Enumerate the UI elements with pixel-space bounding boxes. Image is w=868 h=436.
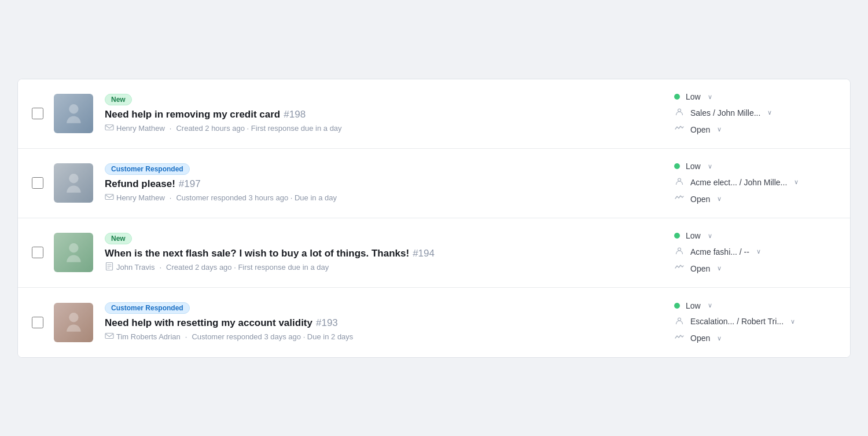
priority-value: Low [686, 301, 701, 310]
priority-prop[interactable]: Low ∨ [674, 92, 836, 101]
ticket-checkbox[interactable] [32, 108, 43, 119]
ticket-properties: Low ∨ Acme elect... / John Mille... ∨ Op… [674, 162, 836, 204]
svg-point-0 [69, 104, 78, 113]
ticket-number: #193 [316, 317, 338, 329]
status-value: Open [690, 334, 710, 343]
status-prop[interactable]: Open ∨ [674, 124, 836, 135]
ticket-time-info: Customer responded 3 days ago · Due in 2… [192, 332, 353, 341]
status-chevron: ∨ [717, 335, 722, 342]
priority-chevron: ∨ [708, 93, 712, 101]
status-prop[interactable]: Open ∨ [674, 263, 836, 274]
status-value: Open [690, 125, 710, 134]
ticket-checkbox[interactable] [32, 247, 43, 258]
activity-icon [674, 124, 685, 135]
priority-chevron: ∨ [708, 232, 712, 240]
status-chevron: ∨ [717, 195, 722, 203]
priority-chevron: ∨ [708, 302, 712, 309]
ticket-main: New Need help in removing my credit card… [105, 94, 651, 134]
ticket-row: New When is the next flash sale? I wish … [18, 218, 850, 288]
priority-dot [674, 303, 680, 309]
person-icon [674, 316, 685, 327]
svg-point-6 [69, 243, 78, 252]
ticket-meta: Henry Mathew · Customer responded 3 hour… [105, 192, 651, 203]
activity-icon [674, 263, 685, 274]
status-chevron: ∨ [717, 265, 722, 272]
ticket-title-text: Need help in removing my credit card [105, 109, 280, 120]
ticket-properties: Low ∨ Sales / John Mille... ∨ Open ∨ [674, 92, 836, 135]
priority-chevron: ∨ [708, 163, 712, 170]
assignment-prop[interactable]: Acme elect... / John Mille... ∨ [674, 177, 836, 188]
ticket-number: #194 [413, 248, 435, 259]
status-prop[interactable]: Open ∨ [674, 193, 836, 204]
ticket-main: Customer Responded Need help with resett… [105, 302, 651, 342]
avatar [54, 233, 93, 272]
ticket-time-info: Customer responded 3 hours ago · Due in … [176, 193, 337, 202]
assignment-chevron: ∨ [767, 109, 772, 116]
assignment-chevron: ∨ [790, 318, 795, 325]
person-icon [674, 177, 685, 188]
ticket-row: Customer Responded Refund please! #197 H… [18, 149, 850, 218]
ticket-title-text: Refund please! [105, 178, 175, 190]
assignment-chevron: ∨ [794, 178, 799, 186]
avatar [54, 94, 93, 133]
envelope-icon [105, 192, 114, 203]
priority-value: Low [686, 231, 701, 240]
ticket-title-text: Need help with resetting my account vali… [105, 317, 312, 329]
priority-prop[interactable]: Low ∨ [674, 231, 836, 240]
assignment-prop[interactable]: Sales / John Mille... ∨ [674, 107, 836, 118]
svg-point-2 [678, 109, 681, 112]
assignment-value: Sales / John Mille... [690, 108, 760, 118]
priority-prop[interactable]: Low ∨ [674, 301, 836, 310]
status-badge: Customer Responded [105, 302, 190, 314]
ticket-title: Refund please! #197 [105, 178, 651, 190]
ticket-main: New When is the next flash sale? I wish … [105, 233, 651, 273]
status-chevron: ∨ [717, 126, 722, 133]
ticket-checkbox[interactable] [32, 177, 43, 189]
status-badge: Customer Responded [105, 163, 190, 175]
activity-icon [674, 193, 685, 204]
priority-value: Low [686, 162, 701, 171]
ticket-row: Customer Responded Need help with resett… [18, 288, 850, 357]
assignment-value: Acme fashi... / -- [690, 247, 749, 257]
status-value: Open [690, 264, 710, 273]
assignment-prop[interactable]: Acme fashi... / -- ∨ [674, 246, 836, 257]
priority-value: Low [686, 92, 701, 101]
svg-point-8 [678, 248, 681, 251]
ticket-meta: John Travis · Created 2 days ago · First… [105, 262, 651, 273]
ticket-number: #197 [179, 178, 201, 190]
ticket-time-info: Created 2 days ago · First response due … [166, 263, 329, 272]
svg-point-5 [678, 178, 681, 181]
assignment-chevron: ∨ [756, 248, 761, 255]
ticket-contact: Henry Mathew [116, 193, 165, 202]
priority-prop[interactable]: Low ∨ [674, 162, 836, 171]
person-icon [674, 107, 685, 118]
ticket-meta: Tim Roberts Adrian · Customer responded … [105, 331, 651, 342]
assignment-prop[interactable]: Escalation... / Robert Tri... ∨ [674, 316, 836, 327]
ticket-number: #198 [284, 109, 306, 120]
ticket-title: Need help in removing my credit card #19… [105, 109, 651, 120]
activity-icon [674, 333, 685, 344]
assignment-value: Escalation... / Robert Tri... [690, 317, 784, 326]
svg-rect-10 [105, 334, 113, 339]
envelope-icon [105, 123, 114, 134]
ticket-properties: Low ∨ Escalation... / Robert Tri... ∨ Op… [674, 301, 836, 344]
svg-point-9 [69, 313, 78, 322]
ticket-checkbox[interactable] [32, 317, 43, 328]
ticket-title-text: When is the next flash sale? I wish to b… [105, 248, 409, 259]
ticket-list: New Need help in removing my credit card… [17, 79, 851, 358]
priority-dot [674, 94, 680, 100]
assignment-value: Acme elect... / John Mille... [690, 178, 787, 187]
svg-rect-4 [105, 194, 113, 199]
ticket-title: Need help with resetting my account vali… [105, 317, 651, 329]
svg-point-11 [678, 318, 681, 321]
priority-dot [674, 163, 680, 169]
status-value: Open [690, 195, 710, 204]
status-prop[interactable]: Open ∨ [674, 333, 836, 344]
ticket-title: When is the next flash sale? I wish to b… [105, 248, 651, 259]
person-icon [674, 246, 685, 257]
ticket-properties: Low ∨ Acme fashi... / -- ∨ Open ∨ [674, 231, 836, 274]
ticket-contact: Tim Roberts Adrian [116, 332, 181, 341]
avatar [54, 163, 93, 203]
receipt-icon [105, 262, 114, 273]
ticket-contact: John Travis [116, 263, 155, 272]
